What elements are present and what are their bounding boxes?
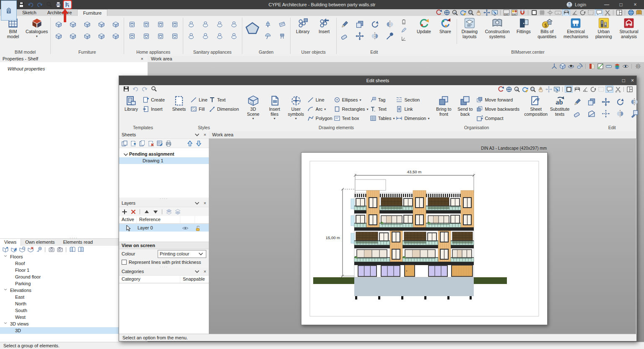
toolbar-refresh-icon[interactable] bbox=[459, 10, 466, 16]
insert-button[interactable]: Insert bbox=[143, 105, 165, 113]
login-button[interactable]: Login bbox=[566, 1, 586, 8]
app-icon[interactable] bbox=[1, 0, 17, 21]
views-vedit-icon[interactable] bbox=[10, 246, 17, 253]
sheets-collapse-icon[interactable] bbox=[194, 131, 200, 138]
dialog-tools-zoomwin-icon[interactable] bbox=[529, 86, 536, 92]
toolbar-dxf2-icon[interactable]: DXF bbox=[511, 10, 518, 16]
workarea-cube3-icon[interactable] bbox=[559, 63, 566, 69]
layers-tridn-icon[interactable] bbox=[152, 208, 159, 215]
edit-copy-button[interactable] bbox=[354, 19, 366, 30]
bring-to-front-button[interactable]: Bring to front bbox=[434, 95, 454, 117]
edit-mirror-button[interactable] bbox=[384, 19, 396, 30]
furniture-item-2[interactable] bbox=[67, 19, 79, 30]
search-button[interactable] bbox=[45, 1, 53, 8]
link-button[interactable]: Link bbox=[396, 105, 429, 113]
views-bookv2-icon[interactable] bbox=[77, 246, 84, 253]
sanitary-appliances-item-8[interactable] bbox=[228, 31, 240, 42]
send-to-back-button[interactable]: Send to back bbox=[455, 95, 475, 117]
views-bookv-icon[interactable] bbox=[69, 246, 76, 253]
home-appliances-item-3[interactable] bbox=[155, 19, 166, 30]
edit-battery-button[interactable] bbox=[398, 18, 410, 26]
toolbar-arct-icon[interactable] bbox=[579, 10, 586, 16]
views-photo-icon[interactable] bbox=[48, 246, 55, 253]
sheet-composition-button[interactable]: Sheet composition bbox=[524, 95, 548, 117]
fill-button[interactable]: Fill bbox=[190, 105, 208, 113]
furniture-item-4[interactable] bbox=[96, 19, 107, 30]
close-button[interactable]: × bbox=[629, 0, 641, 9]
garden-tree-button[interactable] bbox=[262, 19, 274, 30]
dialog-edit-copy-button[interactable] bbox=[586, 96, 597, 107]
text-button[interactable]: Text bbox=[370, 105, 395, 113]
toolbar-screen-icon[interactable] bbox=[491, 10, 498, 16]
sanitary-appliances-item-4[interactable] bbox=[228, 19, 240, 30]
layers-collapse-icon[interactable] bbox=[194, 200, 200, 207]
home-appliances-item-2[interactable] bbox=[140, 19, 152, 30]
workarea-orbit-icon[interactable] bbox=[567, 63, 574, 69]
workarea-eye-icon[interactable] bbox=[622, 63, 629, 69]
colour-dropdown[interactable]: Printing colour bbox=[158, 250, 206, 258]
3d-scene-button[interactable]: 3D Scene ▾ bbox=[243, 95, 263, 121]
home-appliances-item-7[interactable] bbox=[155, 31, 166, 42]
toolbar-magnet-icon[interactable] bbox=[519, 10, 526, 16]
toolbar-movecross-icon[interactable] bbox=[483, 10, 490, 16]
edit-anglesm-button[interactable] bbox=[398, 35, 410, 42]
edit-rotate-button[interactable] bbox=[369, 19, 381, 30]
edit-sheets-quick-button[interactable] bbox=[64, 1, 71, 8]
dialog-quick-redo-icon[interactable] bbox=[141, 86, 148, 92]
sheets-shdup-icon[interactable] bbox=[138, 140, 145, 146]
arc-button[interactable]: Arc▾ bbox=[307, 105, 332, 113]
sheets-button[interactable]: Sheets bbox=[169, 95, 189, 112]
sheets-shdel-icon[interactable] bbox=[147, 140, 154, 146]
views-tab-views[interactable]: Views bbox=[0, 239, 21, 246]
toolbar-book-icon[interactable] bbox=[635, 10, 642, 16]
toolbar-layout-icon[interactable] bbox=[615, 10, 623, 16]
sheets-shedit-icon[interactable] bbox=[156, 140, 163, 146]
share-button[interactable]: Share bbox=[435, 17, 455, 35]
edit-mirror2-button[interactable] bbox=[369, 31, 381, 42]
sheets-shcopy-icon[interactable] bbox=[121, 140, 128, 146]
move-backwards-button[interactable]: Move backwards bbox=[476, 105, 519, 113]
edit-eraser-button[interactable] bbox=[339, 31, 351, 42]
dialog-edit-mirror2-button[interactable] bbox=[614, 108, 626, 119]
toolbar-keyboard-icon[interactable] bbox=[554, 10, 561, 16]
dialog-tools-dimbar-icon[interactable]: 1.00 bbox=[574, 86, 581, 92]
layers-close-icon[interactable]: × bbox=[204, 200, 206, 207]
rectangles-button[interactable]: Rectangles▾ bbox=[334, 105, 369, 113]
dialog-tools-anglet-icon[interactable] bbox=[582, 86, 589, 92]
sheets-arrdn-icon[interactable] bbox=[195, 140, 202, 146]
line-button[interactable]: Line bbox=[190, 96, 208, 104]
furniture-item-5[interactable] bbox=[110, 19, 122, 30]
redo-button[interactable] bbox=[36, 1, 44, 8]
sheets-printer-icon[interactable] bbox=[165, 140, 172, 146]
tab-sketch[interactable]: Sketch bbox=[17, 9, 42, 16]
edit-pipette-button[interactable] bbox=[384, 31, 396, 42]
toolbar-globe-icon[interactable] bbox=[627, 10, 634, 16]
workarea-axes-icon[interactable] bbox=[551, 63, 558, 69]
dialog-tools-selbox-icon[interactable] bbox=[597, 86, 605, 92]
toolbar-cut-icon[interactable] bbox=[604, 10, 611, 16]
print-button[interactable] bbox=[55, 1, 62, 8]
dialog-tools-refresh-icon[interactable] bbox=[521, 86, 528, 92]
maximize-button[interactable]: □ bbox=[615, 0, 627, 9]
tag-button[interactable]: Tag bbox=[370, 96, 395, 104]
dialog-tools-zoomall-icon[interactable] bbox=[505, 86, 512, 92]
dialog-edit-pencil-button[interactable] bbox=[571, 96, 583, 107]
user-symbols-button[interactable]: User symbols ▾ bbox=[286, 95, 306, 121]
dialog-edit-mirror-button[interactable] bbox=[628, 96, 640, 107]
dialog-maximize-button[interactable]: □ bbox=[622, 76, 625, 85]
dialog-edit-movecross-button[interactable] bbox=[600, 96, 612, 107]
move-forward-button[interactable]: Move forward bbox=[476, 96, 519, 104]
sanitary-appliances-item-3[interactable] bbox=[214, 19, 226, 30]
layer-lock-icon[interactable] bbox=[195, 225, 201, 232]
dialog-tools-ortho-icon[interactable] bbox=[565, 86, 573, 93]
tab-furniture[interactable]: Furniture bbox=[77, 9, 107, 16]
views-tab-elements-read[interactable]: Elements read bbox=[59, 239, 97, 246]
garden-umbrella-button[interactable] bbox=[262, 31, 274, 42]
views-vadd-icon[interactable] bbox=[2, 246, 9, 253]
sheets-shadd-icon[interactable] bbox=[130, 140, 137, 146]
dialog-quick-floppy-icon[interactable] bbox=[122, 86, 130, 92]
fittings-button[interactable]: Fittings bbox=[514, 17, 534, 35]
furniture-item-7[interactable] bbox=[67, 31, 79, 42]
compact-button[interactable]: Compact bbox=[476, 114, 519, 122]
dialog-title-bar[interactable]: Edit sheets □ × bbox=[119, 76, 636, 85]
